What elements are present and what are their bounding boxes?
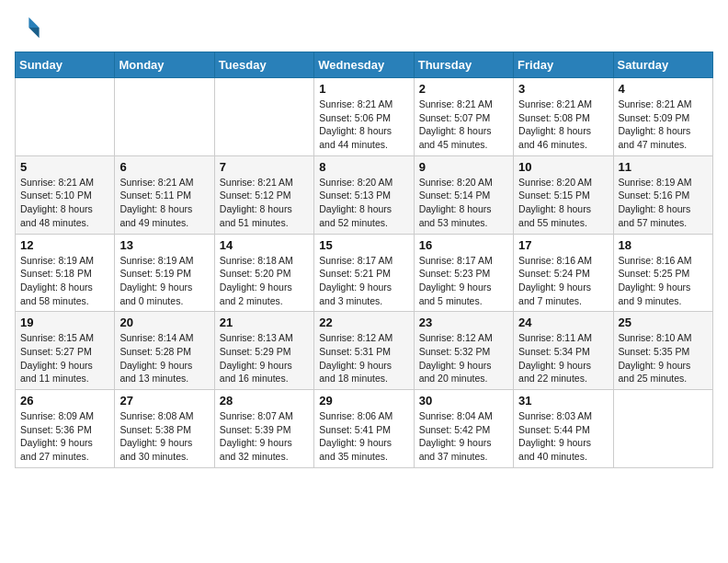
calendar-cell: 10Sunrise: 8:20 AMSunset: 5:15 PMDayligh… xyxy=(514,155,613,234)
day-number: 19 xyxy=(20,316,109,329)
day-number: 3 xyxy=(518,82,608,96)
calendar-cell: 4Sunrise: 8:21 AMSunset: 5:09 PMDaylight… xyxy=(613,78,712,156)
day-info: Sunrise: 8:16 AMSunset: 5:24 PMDaylight:… xyxy=(518,254,608,308)
calendar-cell xyxy=(115,78,214,156)
calendar-cell: 19Sunrise: 8:15 AMSunset: 5:27 PMDayligh… xyxy=(16,312,115,390)
day-info: Sunrise: 8:21 AMSunset: 5:10 PMDaylight:… xyxy=(20,176,109,230)
day-info: Sunrise: 8:14 AMSunset: 5:28 PMDaylight:… xyxy=(119,331,209,385)
day-info: Sunrise: 8:06 AMSunset: 5:41 PMDaylight:… xyxy=(319,409,408,464)
calendar-cell: 29Sunrise: 8:06 AMSunset: 5:41 PMDayligh… xyxy=(314,390,414,468)
day-info: Sunrise: 8:15 AMSunset: 5:27 PMDaylight:… xyxy=(20,331,109,385)
day-info: Sunrise: 8:19 AMSunset: 5:16 PMDaylight:… xyxy=(619,176,708,230)
day-info: Sunrise: 8:21 AMSunset: 5:09 PMDaylight:… xyxy=(619,98,708,152)
weekday-header-thursday: Thursday xyxy=(414,52,513,78)
week-row-1: 1Sunrise: 8:21 AMSunset: 5:06 PMDaylight… xyxy=(16,78,713,156)
day-number: 12 xyxy=(20,238,109,252)
day-number: 27 xyxy=(119,394,209,408)
day-number: 31 xyxy=(518,394,608,408)
svg-marker-0 xyxy=(28,17,39,28)
weekday-header-saturday: Saturday xyxy=(613,52,712,78)
calendar-cell: 18Sunrise: 8:16 AMSunset: 5:25 PMDayligh… xyxy=(613,234,712,312)
day-number: 10 xyxy=(518,160,608,174)
calendar-cell: 24Sunrise: 8:11 AMSunset: 5:34 PMDayligh… xyxy=(514,312,613,390)
calendar-cell: 20Sunrise: 8:14 AMSunset: 5:28 PMDayligh… xyxy=(115,312,214,390)
day-number: 7 xyxy=(220,160,309,174)
week-row-5: 26Sunrise: 8:09 AMSunset: 5:36 PMDayligh… xyxy=(16,390,713,468)
day-info: Sunrise: 8:21 AMSunset: 5:07 PMDaylight:… xyxy=(419,98,508,152)
calendar-cell: 26Sunrise: 8:09 AMSunset: 5:36 PMDayligh… xyxy=(16,390,115,468)
calendar-cell: 21Sunrise: 8:13 AMSunset: 5:29 PMDayligh… xyxy=(214,312,313,390)
day-number: 15 xyxy=(319,238,408,252)
calendar-cell: 13Sunrise: 8:19 AMSunset: 5:19 PMDayligh… xyxy=(115,234,214,312)
calendar-cell xyxy=(16,78,115,156)
day-number: 22 xyxy=(319,316,408,329)
calendar-cell xyxy=(613,390,712,468)
calendar-cell: 1Sunrise: 8:21 AMSunset: 5:06 PMDaylight… xyxy=(314,78,414,156)
day-number: 28 xyxy=(220,394,309,408)
day-info: Sunrise: 8:03 AMSunset: 5:44 PMDaylight:… xyxy=(518,409,608,464)
day-info: Sunrise: 8:11 AMSunset: 5:34 PMDaylight:… xyxy=(518,331,608,385)
week-row-2: 5Sunrise: 8:21 AMSunset: 5:10 PMDaylight… xyxy=(16,155,713,234)
day-info: Sunrise: 8:07 AMSunset: 5:39 PMDaylight:… xyxy=(220,409,309,464)
day-info: Sunrise: 8:17 AMSunset: 5:21 PMDaylight:… xyxy=(319,254,408,308)
calendar-cell: 31Sunrise: 8:03 AMSunset: 5:44 PMDayligh… xyxy=(514,390,613,468)
day-number: 20 xyxy=(119,316,209,329)
calendar-cell: 6Sunrise: 8:21 AMSunset: 5:11 PMDaylight… xyxy=(115,155,214,234)
day-info: Sunrise: 8:12 AMSunset: 5:32 PMDaylight:… xyxy=(419,331,508,385)
day-number: 6 xyxy=(119,160,209,174)
weekday-header-friday: Friday xyxy=(514,52,613,78)
calendar-cell: 17Sunrise: 8:16 AMSunset: 5:24 PMDayligh… xyxy=(514,234,613,312)
calendar-cell: 11Sunrise: 8:19 AMSunset: 5:16 PMDayligh… xyxy=(613,155,712,234)
day-info: Sunrise: 8:09 AMSunset: 5:36 PMDaylight:… xyxy=(20,409,109,464)
day-info: Sunrise: 8:20 AMSunset: 5:15 PMDaylight:… xyxy=(518,176,608,230)
day-number: 9 xyxy=(419,160,508,174)
weekday-header-monday: Monday xyxy=(115,52,214,78)
week-row-3: 12Sunrise: 8:19 AMSunset: 5:18 PMDayligh… xyxy=(16,234,713,312)
day-number: 21 xyxy=(220,316,309,329)
day-info: Sunrise: 8:20 AMSunset: 5:14 PMDaylight:… xyxy=(419,176,508,230)
week-row-4: 19Sunrise: 8:15 AMSunset: 5:27 PMDayligh… xyxy=(16,312,713,390)
day-number: 5 xyxy=(20,160,109,174)
day-info: Sunrise: 8:18 AMSunset: 5:20 PMDaylight:… xyxy=(220,254,309,308)
calendar-cell: 2Sunrise: 8:21 AMSunset: 5:07 PMDaylight… xyxy=(414,78,513,156)
day-info: Sunrise: 8:21 AMSunset: 5:11 PMDaylight:… xyxy=(119,176,209,230)
calendar-cell: 3Sunrise: 8:21 AMSunset: 5:08 PMDaylight… xyxy=(514,78,613,156)
day-number: 8 xyxy=(319,160,408,174)
day-number: 11 xyxy=(619,160,708,174)
logo xyxy=(15,15,44,40)
day-number: 16 xyxy=(419,238,508,252)
calendar-cell: 25Sunrise: 8:10 AMSunset: 5:35 PMDayligh… xyxy=(613,312,712,390)
day-info: Sunrise: 8:17 AMSunset: 5:23 PMDaylight:… xyxy=(419,254,508,308)
weekday-header-sunday: Sunday xyxy=(16,52,115,78)
day-number: 17 xyxy=(518,238,608,252)
day-number: 2 xyxy=(419,82,508,96)
day-number: 25 xyxy=(619,316,708,329)
calendar-cell: 27Sunrise: 8:08 AMSunset: 5:38 PMDayligh… xyxy=(115,390,214,468)
calendar-cell: 23Sunrise: 8:12 AMSunset: 5:32 PMDayligh… xyxy=(414,312,513,390)
day-info: Sunrise: 8:19 AMSunset: 5:18 PMDaylight:… xyxy=(20,254,109,308)
calendar-cell: 30Sunrise: 8:04 AMSunset: 5:42 PMDayligh… xyxy=(414,390,513,468)
logo-icon xyxy=(15,15,40,40)
day-number: 14 xyxy=(220,238,309,252)
calendar-cell: 9Sunrise: 8:20 AMSunset: 5:14 PMDaylight… xyxy=(414,155,513,234)
calendar-cell xyxy=(214,78,313,156)
day-info: Sunrise: 8:20 AMSunset: 5:13 PMDaylight:… xyxy=(319,176,408,230)
day-info: Sunrise: 8:21 AMSunset: 5:06 PMDaylight:… xyxy=(319,98,408,152)
calendar-cell: 28Sunrise: 8:07 AMSunset: 5:39 PMDayligh… xyxy=(214,390,313,468)
day-info: Sunrise: 8:10 AMSunset: 5:35 PMDaylight:… xyxy=(619,331,708,385)
svg-marker-1 xyxy=(28,28,39,38)
day-info: Sunrise: 8:08 AMSunset: 5:38 PMDaylight:… xyxy=(119,409,209,464)
header xyxy=(15,15,713,40)
weekday-header-tuesday: Tuesday xyxy=(214,52,313,78)
calendar-cell: 15Sunrise: 8:17 AMSunset: 5:21 PMDayligh… xyxy=(314,234,414,312)
calendar-cell: 14Sunrise: 8:18 AMSunset: 5:20 PMDayligh… xyxy=(214,234,313,312)
day-number: 24 xyxy=(518,316,608,329)
day-number: 18 xyxy=(619,238,708,252)
weekday-header-wednesday: Wednesday xyxy=(314,52,414,78)
weekday-header-row: SundayMondayTuesdayWednesdayThursdayFrid… xyxy=(16,52,713,78)
day-info: Sunrise: 8:12 AMSunset: 5:31 PMDaylight:… xyxy=(319,331,408,385)
day-info: Sunrise: 8:21 AMSunset: 5:08 PMDaylight:… xyxy=(518,98,608,152)
day-info: Sunrise: 8:16 AMSunset: 5:25 PMDaylight:… xyxy=(619,254,708,308)
calendar-cell: 8Sunrise: 8:20 AMSunset: 5:13 PMDaylight… xyxy=(314,155,414,234)
day-number: 4 xyxy=(619,82,708,96)
